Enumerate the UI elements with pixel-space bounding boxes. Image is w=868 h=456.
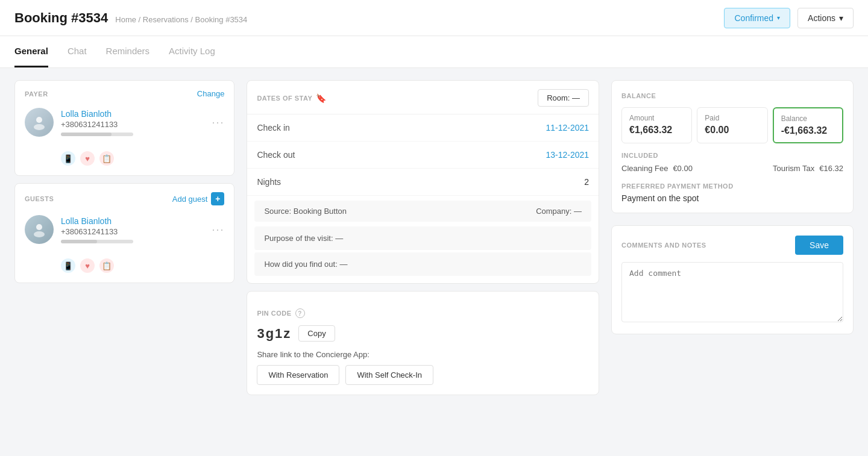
- purpose-row: Purpose of the visit: —: [254, 226, 591, 250]
- comments-label: COMMENTS AND NOTES: [621, 242, 706, 249]
- guest-action-icons: 📱 ♥ 📋: [15, 254, 234, 283]
- bookmark-icon: 🔖: [316, 93, 327, 103]
- breadcrumb-reservations[interactable]: Reservations: [143, 15, 189, 24]
- pin-content: PIN CODE ? 3g1z Copy Share link to the C…: [247, 299, 599, 395]
- actions-button[interactable]: Actions ▾: [797, 8, 854, 28]
- checkin-value: 11-12-2021: [546, 123, 589, 133]
- balance-box: Balance -€1,663.32: [773, 107, 843, 143]
- tab-reminders[interactable]: Reminders: [106, 36, 150, 67]
- nights-row: Nights 2: [247, 169, 599, 196]
- payer-action-icons: 📱 ♥ 📋: [15, 146, 234, 175]
- purpose-label: Purpose of the visit: —: [264, 234, 343, 243]
- pin-code: 3g1z: [257, 326, 291, 342]
- comments-header: COMMENTS AND NOTES Save: [621, 236, 843, 255]
- balance-grid: Amount €1,663.32 Paid €0.00 Balance -€1,…: [621, 107, 843, 143]
- checkout-row: Check out 13-12-2021: [247, 142, 599, 169]
- guest-menu-dots[interactable]: ···: [212, 223, 224, 236]
- guest-heart-icon[interactable]: ♥: [80, 258, 95, 273]
- payer-name[interactable]: Lolla Bianloth: [61, 109, 204, 119]
- tourism-tax-item: Tourism Tax €16.32: [773, 164, 843, 173]
- payer-phone: +380631241133: [61, 120, 204, 129]
- guest-phone: +380631241133: [61, 227, 204, 236]
- payer-details: Lolla Bianloth +380631241133: [61, 109, 204, 136]
- amount-label: Amount: [629, 114, 684, 122]
- source-label: Source: Booking Button: [264, 207, 347, 216]
- add-guest-button[interactable]: Add guest +: [172, 192, 225, 205]
- paid-label: Paid: [705, 114, 760, 122]
- dates-header: DATES OF STAY 🔖 Room: —: [247, 81, 599, 114]
- svg-point-1: [34, 124, 45, 130]
- tourism-tax-label: Tourism Tax: [773, 164, 814, 173]
- payer-menu-dots[interactable]: ···: [212, 116, 224, 129]
- svg-point-0: [36, 117, 42, 123]
- comment-input[interactable]: [621, 262, 843, 322]
- tourism-tax-value: €16.32: [819, 164, 843, 173]
- tab-general[interactable]: General: [14, 36, 48, 67]
- svg-point-3: [34, 231, 45, 237]
- document-icon[interactable]: 📋: [99, 151, 114, 166]
- payment-method-label: PREFERRED PAYMENT METHOD: [621, 183, 843, 190]
- guest-progress-bar: [61, 240, 133, 243]
- included-row: Cleaning Fee €0.00 Tourism Tax €16.32: [621, 164, 843, 173]
- room-button[interactable]: Room: —: [538, 89, 589, 107]
- copy-button[interactable]: Copy: [298, 325, 335, 342]
- company-label: Company: —: [536, 207, 582, 216]
- paid-value: €0.00: [705, 125, 760, 136]
- svg-point-2: [36, 224, 42, 230]
- balance-box-value: -€1,663.32: [781, 125, 835, 136]
- pin-row: 3g1z Copy: [257, 325, 589, 342]
- payer-header: PAYER Change: [15, 81, 234, 103]
- howfind-label: How did you find out: —: [264, 260, 347, 269]
- checkin-row: Check in 11-12-2021: [247, 114, 599, 142]
- amount-value: €1,663.32: [629, 125, 684, 136]
- source-row: Source: Booking Button Company: —: [254, 201, 591, 222]
- header: Booking #3534 Home / Reservations / Book…: [0, 0, 868, 36]
- header-right: Confirmed ▾ Actions ▾: [724, 8, 854, 28]
- confirmed-button[interactable]: Confirmed ▾: [724, 8, 790, 28]
- with-selfcheckin-button[interactable]: With Self Check-In: [345, 365, 433, 385]
- guest-phone-icon[interactable]: 📱: [61, 258, 75, 273]
- with-reservation-button[interactable]: With Reservation: [257, 365, 339, 385]
- nights-label: Nights: [257, 177, 281, 187]
- cleaning-fee-value: €0.00: [673, 164, 693, 173]
- guest-name[interactable]: Lolla Bianloth: [61, 216, 204, 226]
- balance-label: BALANCE: [621, 92, 656, 99]
- payer-info: Lolla Bianloth +380631241133 ···: [15, 103, 234, 146]
- nights-value: 2: [584, 177, 589, 187]
- guest-document-icon[interactable]: 📋: [99, 258, 114, 273]
- phone-icon[interactable]: 📱: [61, 151, 75, 166]
- tab-activity-log[interactable]: Activity Log: [169, 36, 215, 67]
- right-column: BALANCE Amount €1,663.32 Paid €0.00 Bala…: [611, 80, 854, 395]
- avatar: [25, 108, 54, 137]
- heart-icon[interactable]: ♥: [80, 151, 95, 166]
- page-title: Booking #3534: [14, 10, 108, 26]
- dates-card: DATES OF STAY 🔖 Room: — Check in 11-12-2…: [247, 80, 599, 284]
- included-label: Included: [621, 152, 843, 159]
- breadcrumb-current: Booking #3534: [195, 15, 248, 24]
- share-label: Share link to the Concierge App:: [257, 350, 589, 359]
- checkout-label: Check out: [257, 150, 295, 160]
- change-payer-button[interactable]: Change: [197, 89, 225, 98]
- plus-icon: +: [211, 192, 224, 205]
- save-button[interactable]: Save: [795, 236, 843, 255]
- cleaning-fee-item: Cleaning Fee €0.00: [621, 164, 693, 173]
- comments-card: COMMENTS AND NOTES Save: [611, 225, 854, 334]
- pin-header: PIN CODE ?: [257, 308, 589, 318]
- info-icon[interactable]: ?: [295, 308, 305, 318]
- breadcrumb-home[interactable]: Home: [115, 15, 136, 24]
- breadcrumb: Home / Reservations / Booking #3534: [115, 15, 247, 24]
- tab-chat[interactable]: Chat: [68, 36, 87, 67]
- dates-label: DATES OF STAY 🔖: [257, 93, 326, 103]
- checkin-label: Check in: [257, 123, 289, 133]
- main-content: PAYER Change Lolla Bianloth +38063124113…: [0, 68, 868, 407]
- pin-card: PIN CODE ? 3g1z Copy Share link to the C…: [247, 291, 599, 395]
- tab-bar: General Chat Reminders Activity Log: [0, 36, 868, 68]
- balance-content: BALANCE Amount €1,663.32 Paid €0.00 Bala…: [612, 81, 853, 213]
- payer-card: PAYER Change Lolla Bianloth +38063124113…: [14, 80, 234, 176]
- balance-card: BALANCE Amount €1,663.32 Paid €0.00 Bala…: [611, 80, 854, 213]
- guest-row: Lolla Bianloth +380631241133 ···: [25, 215, 224, 244]
- cleaning-fee-label: Cleaning Fee: [621, 164, 668, 173]
- guests-label: GUESTS: [25, 195, 54, 202]
- middle-column: DATES OF STAY 🔖 Room: — Check in 11-12-2…: [247, 80, 599, 395]
- howfind-row: How did you find out: —: [254, 252, 591, 276]
